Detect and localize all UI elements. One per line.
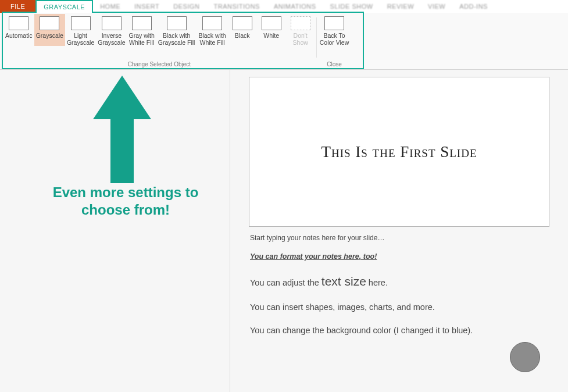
ribbon-group-close: Back To Color View Close [318,14,351,69]
notes-text-big: text size [321,275,366,288]
notes-bg-line: You can change the background color (I c… [250,326,548,335]
ribbon: Automatic Grayscale Light Grayscale Inve… [0,13,568,70]
automatic-icon [9,16,28,30]
black-button[interactable]: Black [228,14,257,46]
inserted-circle-shape[interactable] [510,342,540,372]
tab-view[interactable]: VIEW [421,0,452,13]
slide-title: This Is the First Slide [321,143,477,161]
tab-review[interactable]: REVIEW [380,0,421,13]
svg-marker-0 [93,76,151,183]
tab-home[interactable]: HOME [93,0,127,13]
black-label: Black [235,32,250,46]
slide-panel[interactable]: Even more settings to choose from! [0,70,230,392]
ribbon-group-close-label: Close [327,61,342,69]
light-grayscale-label: Light Grayscale [67,32,94,46]
gray-white-fill-button[interactable]: Gray with White Fill [127,14,156,46]
tab-addins[interactable]: ADD-INS [452,0,495,13]
tab-animations[interactable]: ANIMATIONS [267,0,323,13]
notes-text-c: here. [366,278,388,287]
dont-show-icon [291,16,310,30]
black-grayscale-fill-icon [167,16,187,30]
grayscale-button[interactable]: Grayscale [34,14,65,46]
tab-transitions[interactable]: TRANSITIONS [207,0,267,13]
notes-textsize-line: You can adjust the text size here. [250,275,548,288]
black-grayscale-fill-button[interactable]: Black with Grayscale Fill [156,14,197,46]
notes-placeholder: Start typing your notes here for your sl… [250,234,548,242]
inverse-grayscale-label: Inverse Grayscale [98,32,125,46]
editor-pane: This Is the First Slide Start typing you… [230,70,568,392]
black-white-fill-button[interactable]: Black with White Fill [197,14,227,46]
inverse-grayscale-icon [102,16,122,30]
white-icon [262,16,281,30]
black-white-fill-icon [202,16,222,30]
ribbon-group-change-label: Change Selected Object [128,61,191,69]
light-grayscale-icon [71,16,91,30]
notes-text-a: You can adjust the [250,278,321,287]
notes-formatted-line: You can format your notes here, too! [250,252,548,261]
content-area: Even more settings to choose from! This … [0,70,568,392]
black-icon [233,16,252,30]
automatic-button[interactable]: Automatic [3,14,34,46]
back-to-color-button[interactable]: Back To Color View [318,14,351,46]
gray-white-fill-icon [132,16,152,30]
tab-slideshow[interactable]: SLIDE SHOW [323,0,380,13]
slide-canvas[interactable]: This Is the First Slide [249,77,549,227]
automatic-label: Automatic [5,32,33,46]
tab-grayscale[interactable]: GRAYSCALE [35,0,93,13]
arrow-annotation-icon [93,76,151,186]
light-grayscale-button[interactable]: Light Grayscale [65,14,96,46]
notes-pane[interactable]: Start typing your notes here for your sl… [230,231,568,335]
back-to-color-label: Back To Color View [320,32,349,46]
ribbon-tabs: FILE GRAYSCALE HOME INSERT DESIGN TRANSI… [0,0,568,13]
tab-file[interactable]: FILE [0,0,35,13]
tab-insert[interactable]: INSERT [127,0,166,13]
grayscale-label: Grayscale [36,32,63,46]
dont-show-button[interactable]: Don't Show [286,14,315,46]
notes-shapes-line: You can insert shapes, images, charts, a… [250,302,548,312]
gray-white-fill-label: Gray with White Fill [128,32,154,46]
dont-show-label: Don't Show [293,32,308,46]
white-button[interactable]: White [257,14,286,46]
inverse-grayscale-button[interactable]: Inverse Grayscale [96,14,127,46]
grayscale-icon [40,16,59,30]
back-to-color-icon [324,16,344,30]
ribbon-group-change: Automatic Grayscale Light Grayscale Inve… [3,14,315,69]
black-white-fill-label: Black with White Fill [198,32,226,46]
black-grayscale-fill-label: Black with Grayscale Fill [158,32,195,46]
white-label: White [263,32,279,46]
annotation-text: Even more settings to choose from! [33,184,219,219]
tab-design[interactable]: DESIGN [166,0,206,13]
ribbon-separator [316,17,317,58]
